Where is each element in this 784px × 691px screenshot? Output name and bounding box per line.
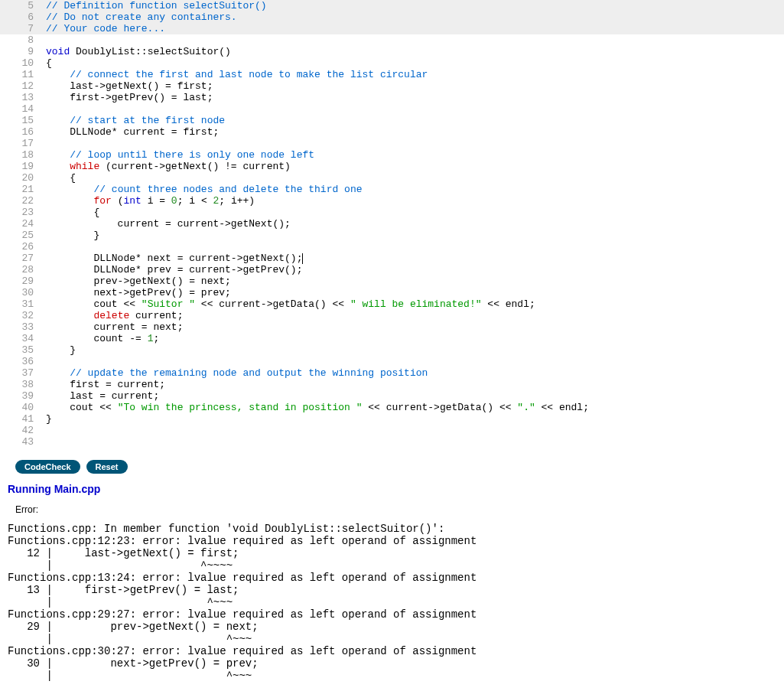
code-line[interactable]: 7// Your code here...: [0, 23, 784, 34]
code-content[interactable]: [43, 356, 784, 367]
line-number: 28: [0, 264, 43, 275]
code-content[interactable]: [43, 425, 784, 436]
code-content[interactable]: {: [43, 172, 784, 184]
code-content[interactable]: // connect the first and last node to ma…: [43, 69, 784, 80]
code-line[interactable]: 42: [0, 425, 784, 436]
code-editor[interactable]: 5// Definition function selectSuitor()6/…: [0, 0, 784, 448]
code-line[interactable]: 23 {: [0, 207, 784, 218]
output-title: Running Main.cpp: [8, 483, 784, 495]
output-panel: Running Main.cpp Error: Functions.cpp: I…: [8, 483, 784, 682]
code-line[interactable]: 11 // connect the first and last node to…: [0, 69, 784, 80]
code-content[interactable]: delete current;: [43, 310, 784, 321]
line-number: 9: [0, 46, 43, 57]
code-content[interactable]: }: [43, 230, 784, 241]
line-number: 17: [0, 138, 43, 149]
code-content[interactable]: last->getNext() = first;: [43, 80, 784, 92]
code-line[interactable]: 10{: [0, 57, 784, 69]
line-number: 43: [0, 436, 43, 448]
code-content[interactable]: // loop until there is only one node lef…: [43, 149, 784, 161]
code-content[interactable]: next->getPrev() = prev;: [43, 287, 784, 298]
code-line[interactable]: 30 next->getPrev() = prev;: [0, 287, 784, 298]
code-content[interactable]: {: [43, 207, 784, 218]
code-line[interactable]: 16 DLLNode* current = first;: [0, 126, 784, 138]
code-line[interactable]: 6// Do not create any containers.: [0, 11, 784, 23]
code-content[interactable]: void DoublyList::selectSuitor(): [43, 46, 784, 57]
code-line[interactable]: 31 cout << "Suitor " << current->getData…: [0, 298, 784, 310]
code-content[interactable]: [43, 436, 784, 448]
line-number: 5: [0, 0, 43, 11]
line-number: 8: [0, 34, 43, 46]
code-content[interactable]: // Do not create any containers.: [43, 11, 784, 23]
code-line[interactable]: 26: [0, 241, 784, 253]
code-content[interactable]: while (current->getNext() != current): [43, 161, 784, 172]
line-number: 29: [0, 275, 43, 287]
reset-button[interactable]: Reset: [86, 460, 128, 474]
code-line[interactable]: 37 // update the remaining node and outp…: [0, 367, 784, 379]
output-log: Functions.cpp: In member function 'void …: [8, 523, 784, 682]
code-line[interactable]: 20 {: [0, 172, 784, 184]
code-line[interactable]: 43: [0, 436, 784, 448]
line-number: 41: [0, 413, 43, 425]
code-content[interactable]: count -= 1;: [43, 333, 784, 344]
code-line[interactable]: 12 last->getNext() = first;: [0, 80, 784, 92]
code-content[interactable]: [43, 138, 784, 149]
code-content[interactable]: [43, 103, 784, 115]
code-line[interactable]: 28 DLLNode* prev = current->getPrev();: [0, 264, 784, 275]
code-content[interactable]: // count three nodes and delete the thir…: [43, 184, 784, 195]
code-content[interactable]: first->getPrev() = last;: [43, 92, 784, 103]
code-line[interactable]: 35 }: [0, 344, 784, 356]
line-number: 6: [0, 11, 43, 23]
code-content[interactable]: }: [43, 413, 784, 425]
code-line[interactable]: 36: [0, 356, 784, 367]
code-line[interactable]: 15 // start at the first node: [0, 115, 784, 126]
code-content[interactable]: first = current;: [43, 379, 784, 390]
code-line[interactable]: 14: [0, 103, 784, 115]
code-line[interactable]: 9void DoublyList::selectSuitor(): [0, 46, 784, 57]
code-line[interactable]: 18 // loop until there is only one node …: [0, 149, 784, 161]
line-number: 13: [0, 92, 43, 103]
code-line[interactable]: 24 current = current->getNext();: [0, 218, 784, 230]
line-number: 36: [0, 356, 43, 367]
code-content[interactable]: DLLNode* prev = current->getPrev();: [43, 264, 784, 275]
code-content[interactable]: DLLNode* current = first;: [43, 126, 784, 138]
code-content[interactable]: // update the remaining node and output …: [43, 367, 784, 379]
code-content[interactable]: prev->getNext() = next;: [43, 275, 784, 287]
code-line[interactable]: 25 }: [0, 230, 784, 241]
line-number: 22: [0, 195, 43, 207]
code-line[interactable]: 39 last = current;: [0, 390, 784, 402]
code-line[interactable]: 5// Definition function selectSuitor(): [0, 0, 784, 11]
code-line[interactable]: 32 delete current;: [0, 310, 784, 321]
code-content[interactable]: {: [43, 57, 784, 69]
code-content[interactable]: for (int i = 0; i < 2; i++): [43, 195, 784, 207]
code-content[interactable]: }: [43, 344, 784, 356]
code-content[interactable]: // Your code here...: [43, 23, 784, 34]
code-content[interactable]: current = current->getNext();: [43, 218, 784, 230]
line-number: 11: [0, 69, 43, 80]
code-line[interactable]: 21 // count three nodes and delete the t…: [0, 184, 784, 195]
code-line[interactable]: 29 prev->getNext() = next;: [0, 275, 784, 287]
code-content[interactable]: // Definition function selectSuitor(): [43, 0, 784, 11]
code-line[interactable]: 19 while (current->getNext() != current): [0, 161, 784, 172]
code-content[interactable]: current = next;: [43, 321, 784, 333]
code-content[interactable]: cout << "To win the princess, stand in p…: [43, 402, 784, 413]
code-line[interactable]: 22 for (int i = 0; i < 2; i++): [0, 195, 784, 207]
code-line[interactable]: 8: [0, 34, 784, 46]
code-line[interactable]: 34 count -= 1;: [0, 333, 784, 344]
code-line[interactable]: 17: [0, 138, 784, 149]
code-content[interactable]: cout << "Suitor " << current->getData() …: [43, 298, 784, 310]
code-line[interactable]: 41}: [0, 413, 784, 425]
code-line[interactable]: 13 first->getPrev() = last;: [0, 92, 784, 103]
code-line[interactable]: 33 current = next;: [0, 321, 784, 333]
line-number: 37: [0, 367, 43, 379]
code-content[interactable]: [43, 241, 784, 253]
code-content[interactable]: last = current;: [43, 390, 784, 402]
code-line[interactable]: 40 cout << "To win the princess, stand i…: [0, 402, 784, 413]
line-number: 15: [0, 115, 43, 126]
code-content[interactable]: [43, 34, 784, 46]
code-content[interactable]: // start at the first node: [43, 115, 784, 126]
code-content[interactable]: DLLNode* next = current->getNext();: [43, 253, 784, 264]
code-line[interactable]: 27 DLLNode* next = current->getNext();: [0, 253, 784, 264]
line-number: 25: [0, 230, 43, 241]
code-line[interactable]: 38 first = current;: [0, 379, 784, 390]
codecheck-button[interactable]: CodeCheck: [15, 460, 80, 474]
